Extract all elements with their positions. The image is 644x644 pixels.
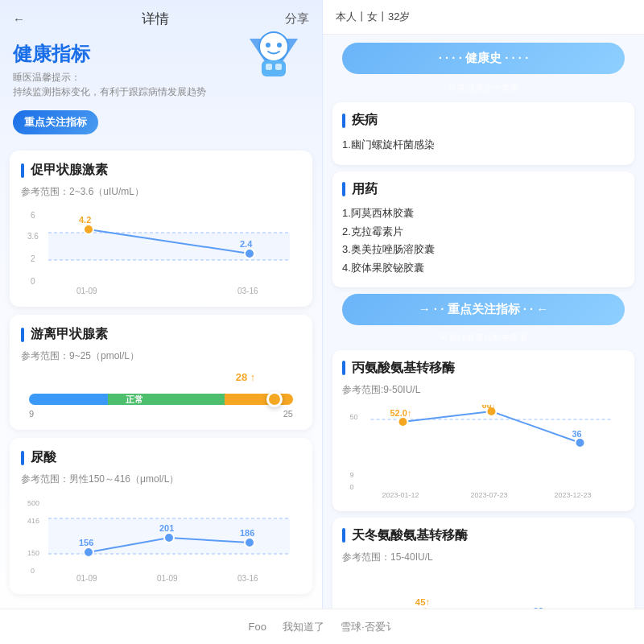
svg-text:50: 50 — [350, 413, 358, 421]
health-history-title: 健康史 — [465, 51, 502, 64]
health-history-container: · · · · 健康史 · · · · 可在健康史中查看 — [332, 43, 634, 94]
svg-point-15 — [84, 225, 93, 234]
health-history-sub: 可在健康史中查看 — [332, 82, 634, 94]
bottom-bar: Foo 我知道了 雪球·否爱讠 — [0, 609, 644, 644]
svg-point-30 — [164, 533, 174, 543]
svg-point-28 — [84, 547, 93, 557]
svg-text:2023-07-23: 2023-07-23 — [471, 491, 508, 499]
know-label[interactable]: 我知道了 — [283, 620, 324, 634]
svg-text:01-09: 01-09 — [157, 574, 178, 583]
svg-text:3.6: 3.6 — [27, 232, 39, 241]
svg-text:150: 150 — [27, 549, 39, 557]
right-panel: 本人丨女丨32岁 · · · · 健康史 · · · · 可在健康史中查看 疾病… — [322, 0, 644, 644]
back-button[interactable]: ← — [13, 12, 25, 26]
svg-point-41 — [398, 417, 408, 427]
svg-point-2 — [266, 43, 270, 47]
medicine-title: 用药 — [352, 181, 378, 198]
alt-ref-range: 参考范围:9-50IU/L — [342, 383, 625, 397]
disease-section: 疾病 1.幽门螺旋杆菌感染 — [332, 102, 634, 165]
svg-text:2023-01-12: 2023-01-12 — [382, 491, 419, 499]
ft4-section: 游离甲状腺素 参考范围：9~25（pmol/L） 28 ↑ 正常 9 25 — [10, 315, 312, 430]
svg-text:186: 186 — [240, 528, 254, 538]
disease-bar — [342, 114, 345, 128]
focus-indicator-button[interactable]: → · · 重点关注指标 · · ← — [342, 294, 625, 325]
tsh-title: 促甲状腺激素 — [31, 162, 108, 179]
svg-text:2.4: 2.4 — [240, 239, 253, 249]
ast-ref-range: 参考范围：15-40IU/L — [342, 551, 625, 564]
svg-point-32 — [245, 538, 254, 547]
svg-text:03-16: 03-16 — [237, 574, 258, 583]
svg-text:500: 500 — [27, 499, 39, 507]
svg-text:52.0↑: 52.0↑ — [390, 408, 412, 418]
svg-point-1 — [259, 32, 288, 61]
share-button[interactable]: 分享 — [285, 11, 309, 27]
svg-text:6: 6 — [31, 211, 35, 220]
page-title: 详情 — [142, 10, 169, 28]
medicine-item-4: 4.胶体果胶铋胶囊 — [342, 259, 625, 278]
ft4-normal-label: 正常 — [126, 394, 143, 406]
ft4-gauge: 28 ↑ 正常 9 25 — [29, 371, 293, 419]
left-panel: ← 详情 分享 健康指标 睡医温馨提示： 持续监测指标变化，有利于跟踪病情发展趋… — [0, 0, 322, 644]
svg-text:01-09: 01-09 — [76, 574, 97, 583]
health-history-deco: · · · · — [505, 51, 528, 64]
ft4-ref-range: 参考范围：9~25（pmol/L） — [21, 349, 301, 363]
ast-bar — [342, 528, 345, 543]
alt-title: 丙氨酸氨基转移酶 — [352, 360, 455, 377]
tsh-chart: 6 3.6 2 0 4.2 2.4 01-09 03-16 — [21, 207, 301, 295]
uric-title: 尿酸 — [31, 449, 56, 466]
uric-chart: 500 416 150 0 156 201 186 01-09 01-09 — [21, 494, 301, 583]
health-history-button[interactable]: · · · · 健康史 · · · · — [342, 43, 625, 74]
medicine-section: 用药 1.阿莫西林胶囊 2.克拉霉素片 3.奥美拉唑肠溶胶囊 4.胶体果胶铋胶囊 — [332, 171, 634, 287]
disease-item-1: 1.幽门螺旋杆菌感染 — [342, 135, 625, 155]
robot-avatar — [242, 27, 306, 91]
ft4-dot — [266, 391, 283, 407]
medicine-item-1: 1.阿莫西林胶囊 — [342, 204, 625, 223]
uric-section: 尿酸 参考范围：男性150～416（μmol/L） 500 416 150 0 … — [10, 438, 312, 594]
focus-indicator-container: → · · 重点关注指标 · · ← 可前往健康指标中查看 — [332, 294, 634, 344]
svg-text:0: 0 — [350, 483, 354, 491]
svg-text:2: 2 — [31, 254, 35, 263]
section-bar-uric — [21, 451, 24, 465]
svg-text:36: 36 — [572, 429, 582, 439]
svg-point-3 — [277, 43, 282, 47]
user-info-text: 本人丨女丨32岁 — [336, 10, 410, 23]
foo-label: Foo — [248, 621, 266, 633]
svg-text:9: 9 — [350, 471, 354, 479]
svg-text:201: 201 — [159, 523, 174, 533]
svg-text:0: 0 — [31, 277, 35, 286]
alt-chart: 50 9 0 52.0↑ 60↑ 36 2023-0 — [342, 405, 625, 502]
ast-title: 天冬氨酸氨基转移酶 — [352, 527, 468, 544]
svg-rect-4 — [262, 60, 286, 76]
focus-indicator-sub: 可前往健康指标中查看 — [332, 332, 634, 344]
section-bar — [21, 163, 24, 178]
svg-text:03-16: 03-16 — [237, 287, 258, 295]
svg-text:156: 156 — [79, 538, 93, 547]
svg-rect-5 — [266, 64, 272, 70]
medicine-bar — [342, 182, 345, 196]
svg-text:2023-12-23: 2023-12-23 — [555, 491, 592, 499]
disease-title: 疾病 — [352, 112, 378, 129]
ft4-value: 28 ↑ — [236, 371, 256, 383]
health-title-section: 健康指标 睡医温馨提示： 持续监测指标变化，有利于跟踪病情发展趋势 — [0, 35, 322, 102]
svg-text:4.2: 4.2 — [79, 215, 91, 225]
svg-text:45↑: 45↑ — [415, 597, 430, 607]
medicine-item-3: 3.奥美拉唑肠溶胶囊 — [342, 241, 625, 259]
medicine-item-2: 2.克拉霉素片 — [342, 223, 625, 242]
watermark: 雪球·否爱讠 — [341, 620, 396, 634]
focus-deco-left: → · · — [419, 302, 448, 316]
focus-indicator-label: 重点关注指标 — [448, 302, 520, 316]
user-info-bar: 本人丨女丨32岁 — [323, 0, 644, 35]
uric-ref-range: 参考范围：男性150～416（μmol/L） — [21, 473, 301, 486]
svg-point-45 — [576, 438, 585, 448]
alt-bar — [342, 361, 345, 375]
svg-rect-6 — [275, 64, 282, 70]
svg-text:60↑: 60↑ — [482, 405, 497, 410]
svg-text:0: 0 — [31, 567, 35, 575]
section-bar-ft4 — [21, 328, 24, 342]
ft4-title: 游离甲状腺素 — [31, 326, 108, 343]
svg-point-17 — [245, 249, 254, 258]
svg-text:416: 416 — [27, 517, 39, 525]
focus-deco-right: · · ← — [523, 302, 549, 316]
health-history-label: · · · · — [439, 51, 465, 64]
focus-badge[interactable]: 重点关注指标 — [13, 110, 98, 134]
